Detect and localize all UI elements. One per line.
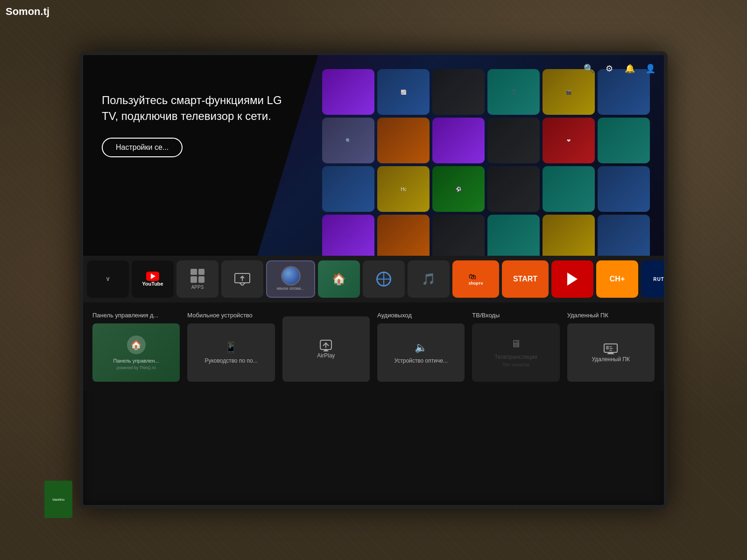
network-settings-button[interactable]: Настройки се... [102, 138, 183, 157]
panel-control: Панель управления д... 🏠 Панель управлен… [92, 312, 180, 382]
search-icon[interactable]: 🔍 [582, 62, 595, 75]
mobile-panel-card[interactable]: 📱 Руководство по по... [187, 323, 275, 382]
app-item-start[interactable]: START [502, 260, 549, 298]
banner-icon-6 [598, 69, 650, 115]
banner-icon-7: 🔍 [322, 118, 374, 163]
banner-icon-11: ❤ [543, 118, 595, 163]
watermark: Somon.tj [6, 6, 49, 18]
apps-label: APPS [191, 285, 204, 290]
app-item-youtube[interactable]: YouTube [132, 260, 174, 298]
banner-icon-22 [487, 215, 540, 256]
bottom-section: Панель управления д... 🏠 Панель управлен… [83, 302, 664, 391]
globe-icon [376, 272, 391, 287]
user-icon[interactable]: 👤 [644, 62, 657, 75]
start-label: START [513, 275, 537, 283]
audio-panel-card[interactable]: 🔈 Устройство оптиче... [377, 323, 465, 382]
youtube-logo [146, 272, 159, 281]
tv-inputs-card[interactable]: 🖥 Телетрансляция Нет каналов [472, 323, 559, 382]
banner-app-grid: 📈 🎵 🎬 🔍 ❤ Hc ⚽ [317, 64, 655, 256]
banner-icon-19 [322, 215, 374, 256]
youtube-triangle [151, 273, 155, 279]
app-item-home[interactable]: 🏠 [318, 260, 360, 298]
banner-section: 📈 🎵 🎬 🔍 ❤ Hc ⚽ 🔍 ⚙ [83, 55, 664, 256]
rutube-bg: RUTUBE [641, 260, 664, 298]
banner-icon-20 [377, 215, 430, 256]
planet-icon [282, 267, 299, 284]
panel-audio: Аудиовыход 🔈 Устройство оптиче... [377, 312, 465, 382]
svg-rect-4 [606, 346, 609, 350]
banner-icon-8 [377, 118, 430, 163]
panel-remote-pc: Удаленный ПК Удаленный ПК [567, 312, 655, 382]
app-item-shoptv[interactable]: 🛍 shopтv [452, 260, 499, 298]
shoptv-label: 🛍 shopтv [469, 273, 483, 286]
banner-icon-13 [322, 166, 374, 212]
banner-icon-24 [598, 215, 650, 256]
mobile-panel-label: Руководство по по... [204, 357, 257, 364]
banner-icon-17 [543, 166, 595, 212]
control-panel-label: Панель управлен... [113, 358, 159, 364]
app-row: V YouTube APPS [83, 256, 664, 302]
app-item-apps[interactable]: APPS [176, 260, 218, 298]
speaker-icon: 🔈 [415, 342, 427, 354]
airplay-label: AirPlay [317, 352, 335, 359]
banner-icon-14: Hc [377, 166, 430, 212]
remote-desktop-icon [603, 343, 618, 356]
control-panel-card[interactable]: 🏠 Панель управлен... powered by ThinQ AI [92, 323, 180, 382]
app-item-tv[interactable]: V [87, 260, 129, 298]
banner-text-area: Пользуйтесь смарт-функциями LG TV, подкл… [102, 92, 298, 157]
product-corner: Vaselino [44, 481, 72, 518]
ch-label: CH+ [610, 275, 625, 283]
screen-share-icon [234, 273, 251, 286]
banner-icon-18 [598, 166, 650, 212]
app-item-music[interactable]: 🎵 [408, 260, 450, 298]
banner-icon-21 [432, 215, 485, 256]
youtube-label: YouTube [142, 281, 163, 287]
app-item-screen-share[interactable] [221, 260, 263, 298]
remote-pc-card[interactable]: Удаленный ПК [567, 323, 655, 382]
banner-icon-5: 🎬 [543, 69, 595, 115]
banner-top-icons: 🔍 ⚙ 🔔 👤 [582, 62, 657, 75]
banner-icon-23 [543, 215, 595, 256]
thinq-label: powered by ThinQ AI [117, 365, 156, 370]
control-panel-title: Панель управления д... [92, 312, 180, 319]
smart-notif-label: ивное опове... [277, 286, 304, 291]
tv-inputs-title: ТВ/Входы [472, 312, 559, 319]
app-item-rutube[interactable]: RUTUBE [641, 260, 664, 298]
tv-inputs-label: Телетрансляция [494, 354, 537, 360]
app-item-browser[interactable] [363, 260, 405, 298]
panel-airplay: AirPlay [282, 312, 370, 382]
mobile-icon: 📱 [225, 342, 237, 354]
banner-icon-2: 📈 [377, 69, 430, 115]
remote-pc-title: Удаленный ПК [567, 312, 655, 319]
monitor-icon: 🖥 [511, 338, 521, 350]
airplay-icon [318, 339, 333, 352]
bell-icon[interactable]: 🔔 [623, 62, 636, 75]
control-panel-home-icon: 🏠 [127, 336, 146, 354]
red-play-icon [567, 273, 578, 286]
rutube-label: RUTUBE [653, 277, 664, 282]
shoptv-icon: 🛍 shopтv [452, 260, 499, 298]
banner-icon-9 [432, 118, 485, 163]
no-channels-label: Нет каналов [502, 362, 529, 367]
mobile-panel-title: Мобильное устройство [187, 312, 275, 319]
app-item-ch[interactable]: CH+ [596, 260, 638, 298]
banner-icon-10 [487, 118, 540, 163]
app-item-redplay[interactable] [551, 260, 593, 298]
control-panel-content: 🏠 Панель управлен... powered by ThinQ AI [98, 329, 174, 376]
apps-grid-icon [190, 269, 204, 283]
ch-icon: CH+ [596, 260, 638, 298]
home-icon: 🏠 [318, 260, 360, 298]
panel-mobile: Мобильное устройство 📱 Руководство по по… [187, 312, 275, 382]
banner-icon-15: ⚽ [432, 166, 485, 212]
audio-panel-label: Устройство оптиче... [394, 357, 447, 364]
app-item-smart-notif[interactable]: ивное опове... [266, 260, 315, 298]
banner-icon-4: 🎵 [487, 69, 540, 115]
red-play-bg [551, 260, 593, 298]
audio-panel-title: Аудиовыход [377, 312, 465, 319]
airplay-panel-card[interactable]: AirPlay [282, 316, 370, 382]
settings-icon[interactable]: ⚙ [603, 62, 616, 75]
banner-icon-16 [487, 166, 540, 212]
music-icon: 🎵 [422, 273, 436, 286]
remote-pc-label: Удаленный ПК [592, 356, 630, 363]
banner-icon-1 [322, 69, 374, 115]
